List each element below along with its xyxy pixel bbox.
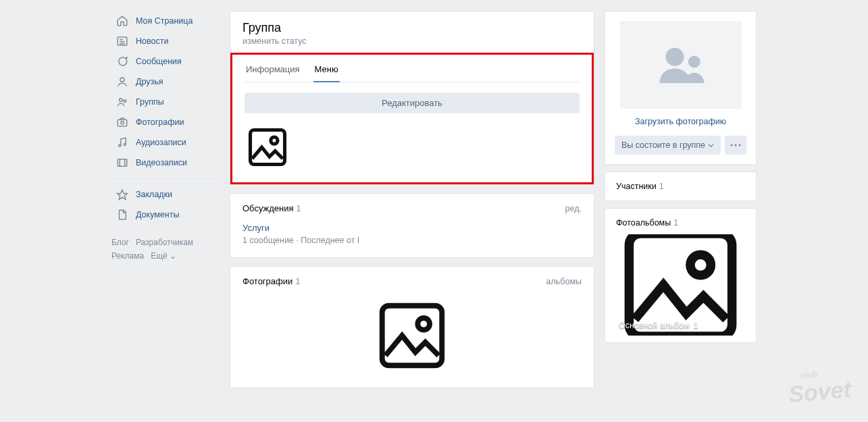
avatar-placeholder[interactable] (620, 21, 742, 109)
photo-albums-title[interactable]: Фотоальбомы1 (616, 218, 745, 228)
edit-button[interactable]: Редактировать (245, 93, 580, 113)
svg-point-4 (120, 78, 124, 82)
more-actions-button[interactable] (725, 136, 746, 155)
music-icon (116, 136, 129, 149)
nav-label: Друзья (136, 77, 163, 86)
svg-point-16 (271, 137, 278, 144)
nav-documents[interactable]: Документы (111, 205, 220, 225)
chevron-down-icon (708, 142, 714, 149)
video-icon (116, 156, 129, 169)
friend-icon (116, 75, 129, 88)
nav-label: Документы (136, 210, 179, 219)
doc-icon (116, 208, 129, 221)
svg-rect-7 (118, 120, 127, 126)
tabs: Информация Меню (245, 64, 580, 82)
nav-friends[interactable]: Друзья (111, 72, 220, 92)
link-more[interactable]: Ещё ⌄ (151, 251, 176, 261)
star-icon (116, 188, 129, 201)
ellipsis-icon (730, 144, 741, 147)
message-icon (116, 55, 129, 68)
svg-point-25 (690, 255, 711, 275)
discussion-meta: 1 сообщение · Последнее от I (242, 236, 582, 245)
svg-point-10 (124, 144, 126, 146)
news-icon (116, 34, 129, 48)
svg-point-8 (121, 122, 124, 125)
photo-albums-card: Фотоальбомы1 Основной альбом1 (605, 208, 757, 343)
group-title: Группа (242, 21, 582, 35)
svg-rect-11 (118, 159, 127, 167)
svg-rect-15 (251, 130, 285, 165)
tab-info[interactable]: Информация (245, 64, 301, 82)
camera-icon (116, 115, 129, 129)
nav-label: Закладки (136, 190, 172, 199)
home-icon (116, 14, 129, 28)
members-title[interactable]: Участники1 (616, 182, 745, 191)
upload-photo-link[interactable]: Загрузить фотографию (635, 117, 726, 126)
link-devs[interactable]: Разработчикам (136, 238, 193, 247)
link-blog[interactable]: Блог (111, 238, 129, 247)
svg-rect-17 (382, 306, 442, 366)
discussions-title: Обсуждения1 (242, 203, 301, 213)
albums-link[interactable]: альбомы (546, 277, 582, 286)
nav-separator (111, 178, 220, 179)
discussion-topic[interactable]: Услуги (242, 223, 582, 233)
svg-point-5 (120, 99, 123, 102)
nav-label: Группы (136, 97, 164, 107)
nav-messages[interactable]: Сообщения (111, 51, 220, 72)
photos-title: Фотографии1 (242, 276, 301, 286)
svg-point-9 (119, 144, 121, 147)
nav-label: Фотографии (136, 117, 184, 127)
members-card: Участники1 (605, 172, 757, 201)
nav-bookmarks[interactable]: Закладки (111, 184, 220, 205)
tab-menu[interactable]: Меню (313, 64, 340, 82)
album-caption: Основной альбом1 (619, 321, 698, 330)
link-ads[interactable]: Реклама (111, 251, 144, 261)
sidebar-nav: Моя Страница Новости Сообщения Друзья Гр… (111, 11, 220, 388)
svg-point-22 (734, 144, 736, 146)
svg-point-21 (730, 144, 732, 146)
footer-links: БлогРазработчикам РекламаЕщё ⌄ (111, 236, 220, 263)
svg-point-6 (124, 100, 126, 103)
svg-marker-14 (118, 190, 128, 199)
photo-thumbnail[interactable] (372, 296, 452, 375)
album-thumbnail[interactable]: Основной альбом1 (612, 234, 749, 336)
status-link[interactable]: изменить статус (242, 36, 582, 46)
svg-point-23 (738, 144, 740, 146)
groups-icon (116, 95, 129, 109)
group-avatar-card: Загрузить фотографию Вы состоите в групп… (605, 11, 757, 165)
svg-point-20 (688, 56, 700, 68)
nav-video[interactable]: Видеозаписи (111, 153, 220, 173)
nav-label: Новости (136, 36, 168, 46)
nav-audio[interactable]: Аудиозаписи (111, 132, 220, 153)
svg-point-18 (417, 318, 430, 330)
photos-card: Фотографии1 альбомы (230, 266, 594, 388)
group-card: Группа изменить статус Информация Меню Р… (230, 11, 594, 185)
nav-label: Сообщения (136, 57, 182, 66)
nav-label: Видеозаписи (136, 158, 187, 167)
discussions-edit-link[interactable]: ред. (565, 204, 582, 213)
nav-photos[interactable]: Фотографии (111, 112, 220, 132)
nav-groups[interactable]: Группы (111, 92, 220, 112)
nav-label: Моя Страница (136, 16, 193, 26)
svg-point-19 (665, 48, 684, 66)
nav-my-page[interactable]: Моя Страница (111, 11, 220, 31)
menu-thumbnail[interactable] (245, 124, 290, 170)
discussions-card: Обсуждения1 ред. Услуги 1 сообщение · По… (230, 193, 594, 258)
membership-button[interactable]: Вы состоите в группе (615, 136, 721, 155)
nav-label: Аудиозаписи (136, 138, 186, 147)
nav-news[interactable]: Новости (111, 31, 220, 51)
